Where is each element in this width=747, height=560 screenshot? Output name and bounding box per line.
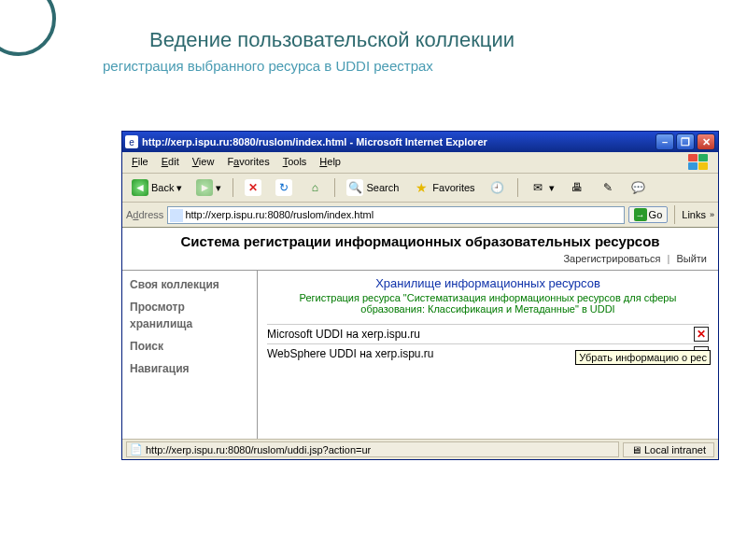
close-button[interactable]: ✕ — [697, 133, 715, 150]
dropdown-icon: ▾ — [549, 182, 555, 194]
registry-row: Microsoft UDDI на xerp.ispu.ru ✕ — [267, 324, 709, 343]
register-link[interactable]: Зарегистрироваться — [563, 253, 660, 264]
browser-window: e http://xerp.ispu.ru:8080/ruslom/index.… — [121, 131, 719, 460]
search-icon: 🔍 — [346, 179, 363, 196]
toolbar: ◄ Back ▾ ► ▾ ✕ ↻ ⌂ 🔍 Search ★ Favorites … — [122, 174, 718, 203]
refresh-button[interactable]: ↻ — [270, 176, 298, 199]
sidebar-item-browse-storage[interactable]: Просмотр хранилища — [130, 299, 249, 332]
address-label: Address — [126, 209, 163, 220]
menu-tools[interactable]: Tools — [277, 154, 313, 171]
back-button[interactable]: ◄ Back ▾ — [126, 176, 188, 199]
favorites-button[interactable]: ★ Favorites — [407, 176, 480, 199]
refresh-icon: ↻ — [275, 179, 292, 196]
stop-button[interactable]: ✕ — [239, 176, 267, 199]
registry-label: Microsoft UDDI на xerp.ispu.ru — [267, 328, 690, 341]
status-url: http://xerp.ispu.ru:8080/ruslom/uddi.jsp… — [146, 444, 371, 455]
slide-title: Ведение пользовательской коллекции — [149, 28, 747, 52]
home-icon: ⌂ — [306, 179, 323, 196]
menu-edit[interactable]: Edit — [156, 154, 185, 171]
edit-button[interactable]: ✎ — [594, 176, 622, 199]
go-button[interactable]: → Go — [628, 206, 669, 223]
search-button[interactable]: 🔍 Search — [341, 176, 404, 199]
address-input[interactable] — [167, 206, 624, 224]
media-button[interactable]: 🕘 — [484, 176, 512, 199]
search-label: Search — [366, 182, 399, 193]
mail-icon: ✉ — [529, 179, 546, 196]
zone-icon: 🖥 — [631, 444, 641, 455]
dropdown-icon: ▾ — [176, 182, 182, 194]
back-label: Back — [151, 182, 174, 193]
slide-subtitle: регистрация выбранного ресурса в UDDI ре… — [103, 58, 747, 74]
menu-favorites[interactable]: Favorites — [221, 154, 275, 171]
remove-registry-button[interactable]: ✕ — [694, 327, 709, 342]
edit-icon: ✎ — [599, 179, 616, 196]
links-label[interactable]: Links — [682, 209, 706, 220]
dropdown-icon: ▾ — [216, 182, 221, 194]
menu-file[interactable]: File — [126, 154, 154, 171]
logout-link[interactable]: Выйти — [676, 253, 707, 264]
slide-decoration-circle — [0, 0, 56, 56]
favorites-icon: ★ — [413, 179, 430, 196]
forward-icon: ► — [196, 179, 213, 196]
forward-button[interactable]: ► ▾ — [190, 176, 227, 199]
sidebar-item-search[interactable]: Поиск — [130, 338, 249, 355]
media-icon: 🕘 — [489, 179, 506, 196]
go-icon: → — [634, 208, 647, 221]
menu-view[interactable]: View — [187, 154, 220, 171]
stop-icon: ✕ — [245, 179, 261, 196]
ie-icon: e — [125, 135, 138, 148]
links-chevron-icon[interactable]: » — [710, 210, 714, 219]
menu-bar: File Edit View Favorites Tools Help — [122, 152, 718, 174]
print-icon: 🖶 — [569, 179, 585, 196]
page-icon: 📄 — [130, 443, 143, 455]
maximize-button[interactable]: ❐ — [676, 133, 695, 150]
window-title: http://xerp.ispu.ru:8080/ruslom/index.ht… — [142, 136, 655, 147]
auth-row: Зарегистрироваться | Выйти — [122, 251, 718, 271]
zone-label: Local intranet — [644, 444, 706, 455]
status-bar: 📄 http://xerp.ispu.ru:8080/ruslom/uddi.j… — [122, 439, 718, 459]
address-bar: Address → Go Links » — [122, 203, 718, 228]
tooltip: Убрать информацию о рес — [575, 350, 711, 365]
sidebar: Своя коллекция Просмотр хранилища Поиск … — [122, 271, 258, 439]
mail-button[interactable]: ✉▾ — [524, 176, 560, 199]
registry-list: Microsoft UDDI на xerp.ispu.ru ✕ WebSphe… — [267, 324, 709, 363]
discuss-button[interactable]: 💬 — [625, 176, 653, 199]
main-panel: Хранилище информационных ресурсов Регист… — [258, 271, 718, 439]
menu-help[interactable]: Help — [314, 154, 346, 171]
home-button[interactable]: ⌂ — [301, 176, 329, 199]
titlebar[interactable]: e http://xerp.ispu.ru:8080/ruslom/index.… — [122, 132, 718, 152]
minimize-button[interactable]: – — [655, 133, 674, 150]
registration-text: Регистрация ресурса "Систематизация инфо… — [267, 292, 709, 315]
main-heading: Хранилище информационных ресурсов — [267, 276, 709, 290]
sidebar-item-navigation[interactable]: Навигация — [130, 360, 249, 377]
windows-logo-icon — [688, 154, 714, 171]
print-button[interactable]: 🖶 — [563, 176, 591, 199]
sidebar-item-own-collection[interactable]: Своя коллекция — [130, 276, 249, 293]
page-heading: Система регистрации информационных образ… — [122, 228, 718, 251]
go-label: Go — [649, 209, 663, 220]
favorites-label: Favorites — [432, 182, 474, 193]
discuss-icon: 💬 — [630, 179, 647, 196]
page-content: Система регистрации информационных образ… — [122, 228, 718, 439]
back-icon: ◄ — [132, 179, 148, 196]
